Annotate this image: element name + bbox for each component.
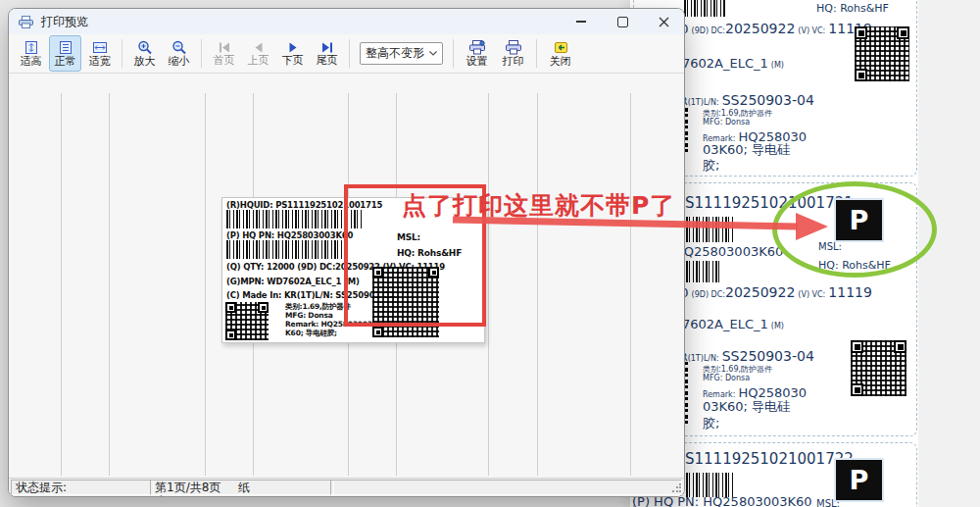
bg-mid-mpn-line: 7602A_ELC_1(M) (682, 314, 784, 332)
printer-settings-icon (468, 40, 486, 55)
zoom-out-icon (172, 40, 187, 55)
print-button[interactable]: 打印 (496, 35, 530, 72)
prev-page-icon (251, 41, 267, 54)
next-page-icon (285, 41, 301, 54)
toolbar-separator (536, 39, 537, 68)
zoom-in-icon (137, 40, 153, 55)
chevron-down-icon (429, 51, 437, 56)
bg-mid-date-line: 00(9D) DC:20250922(V) VC:11119 (672, 282, 872, 301)
highlight-ellipse (772, 181, 937, 278)
printer-icon (505, 40, 522, 55)
label-mpn-line: (G)MPN: WD7602A_ELC_1 (M) (226, 277, 360, 286)
fit-width-button[interactable]: 适宽 (83, 35, 116, 72)
bg-top-hq-rohs: HQ: Rohs&HF (816, 2, 889, 15)
normal-view-button[interactable]: 正常 (49, 35, 81, 72)
bg-top-date-line: 00(9D) DC:20250922(V) VC:11119 (672, 19, 872, 37)
close-preview-button[interactable]: 关闭 (543, 35, 577, 72)
bg-mid-qr-code (851, 340, 906, 396)
scale-mode-value: 整高不变形 (366, 45, 424, 62)
dialog-titlebar[interactable]: 打印预览 (9, 9, 684, 34)
close-icon (659, 17, 669, 27)
fit-width-icon (92, 40, 108, 55)
fit-height-button[interactable]: 适高 (15, 35, 47, 72)
fit-height-icon (24, 40, 39, 55)
toolbar-separator (201, 39, 202, 68)
close-button[interactable] (643, 9, 684, 34)
status-empty-panel (330, 480, 682, 495)
first-page-button[interactable]: 首页 (208, 35, 240, 72)
background-right-margin (918, 0, 980, 507)
dialog-title: 打印预览 (41, 14, 88, 30)
bg-mid-lot-line: R(1T)L/N:SS250903-04 (680, 346, 814, 365)
label-mfg: MFG: Donsa (285, 311, 333, 320)
bg-top-barcode (684, 0, 725, 17)
resize-grip[interactable] (671, 483, 681, 493)
maximize-icon (617, 17, 628, 27)
zoom-out-button[interactable]: 缩小 (163, 35, 195, 72)
bg-top-lot-line: R(1T)L/N:SS250903-04 (680, 90, 814, 109)
exit-icon (553, 40, 568, 55)
bg-top-mfg: MFG: Donsa (703, 118, 750, 127)
bg-mid-remark3: 胶; (703, 415, 719, 432)
zoom-in-button[interactable]: 放大 (128, 35, 161, 72)
label-pn-barcode (226, 240, 342, 259)
status-page-panel: 第1页/共8页 纸张:80.0mm×50.0mm (150, 480, 334, 495)
status-hint-panel: 状态提示: (11, 480, 154, 495)
toolbar-separator (453, 39, 454, 68)
first-page-icon (217, 41, 232, 54)
printer-title-icon (19, 16, 33, 28)
label-qr-left (225, 302, 269, 340)
toolbar-separator (122, 39, 122, 68)
toolbar-separator (349, 39, 350, 68)
dialog-statusbar: 状态提示: 第1页/共8页 纸张:80.0mm×50.0mm (9, 478, 684, 496)
bg-mid-remark2: 03K60; 导电硅 (703, 398, 790, 416)
bg-bot-p-logo: P (834, 458, 884, 502)
maximize-button[interactable] (602, 9, 643, 34)
minimize-icon (576, 21, 586, 23)
last-page-button[interactable]: 尾页 (311, 35, 343, 72)
annotation-note-text: 点了打印这里就不带P了 (402, 189, 675, 222)
bg-mid-barcode1 (686, 217, 733, 242)
bg-mid-barcode2 (686, 261, 721, 282)
bg-mid-pn: HQ25803003K60 (674, 244, 783, 259)
bg-mid-mfg: MFG: Donsa (703, 374, 750, 382)
label-pn-line: (P) HQ PN: HQ25803003K60 (226, 230, 353, 240)
prev-page-button[interactable]: 上页 (242, 35, 274, 72)
print-settings-button[interactable]: 设置 (460, 35, 494, 72)
status-hint-label: 状态提示: (16, 481, 67, 494)
bg-top-remark3: 胶; (703, 157, 719, 175)
next-page-button[interactable]: 下页 (276, 35, 309, 72)
scale-mode-select[interactable]: 整高不变形 (360, 42, 443, 65)
dialog-toolbar: 适高 正常 适宽 放大 缩小 首页 上页 下页 (9, 34, 684, 74)
last-page-icon (319, 41, 335, 54)
minimize-button[interactable] (561, 9, 602, 34)
bg-top-qr-code (855, 26, 909, 81)
status-page-info: 第1页/共8页 (155, 481, 220, 494)
bg-top-mpn-line: 7602A_ELC_1(M) (682, 53, 784, 72)
label-remark2: K60; 导电硅胶; (285, 329, 337, 338)
normal-view-icon (58, 40, 74, 55)
label-hquid-barcode (226, 210, 364, 228)
bg-bot-serial: S11119251021001722 (685, 450, 854, 468)
